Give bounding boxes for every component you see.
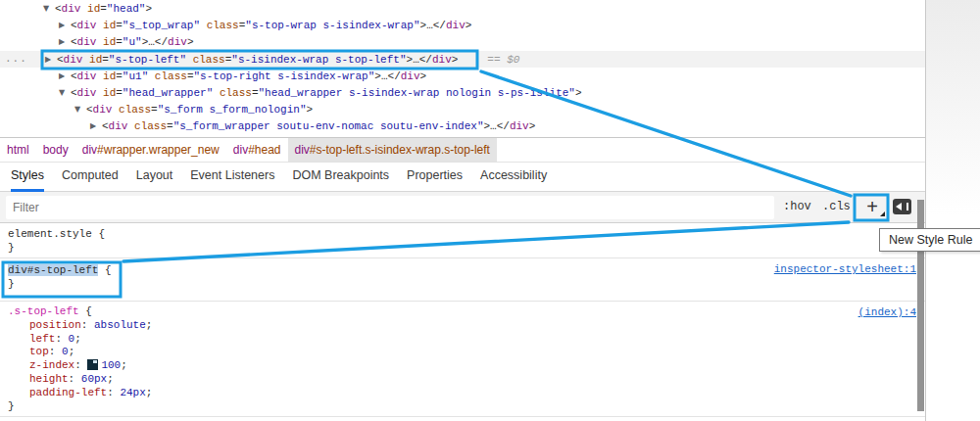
css-property[interactable]: position: absolute;: [8, 319, 917, 333]
devtools-panel: ▼<div id="head">▶<div id="s_top_wrap" cl…: [0, 0, 926, 421]
value-swatch-icon[interactable]: [87, 359, 98, 370]
toggle-class-button[interactable]: .cls: [822, 200, 851, 213]
expand-arrow-icon[interactable]: ▶: [45, 51, 57, 68]
css-rule-section: element.style {}: [0, 224, 925, 258]
tab-dom-breakpoints[interactable]: DOM Breakpoints: [292, 163, 389, 192]
breadcrumb-item[interactable]: body: [36, 138, 75, 162]
styles-filter-toolbar: :hov .cls +: [0, 192, 925, 223]
tab-properties[interactable]: Properties: [407, 163, 463, 192]
devtools-screenshot: ▼<div id="head">▶<div id="s_top_wrap" cl…: [0, 0, 980, 421]
breadcrumb: htmlbodydiv#wrapper.wrapper_newdiv#headd…: [0, 138, 925, 163]
tab-event-listeners[interactable]: Event Listeners: [190, 163, 274, 192]
selected-node-marker: == $0: [487, 54, 519, 66]
new-style-rule-dropdown-caret: [880, 211, 885, 216]
dom-tree-node[interactable]: ▶<div id="u">…</div>: [0, 33, 925, 50]
expand-arrow-icon[interactable]: ▶: [90, 117, 102, 134]
css-rule-section: .s-top-left {position: absolute;left: 0;…: [0, 302, 925, 417]
dom-tree: ▼<div id="head">▶<div id="s_top_wrap" cl…: [0, 0, 925, 138]
css-rule-selector[interactable]: div#s-top-left: [8, 264, 98, 276]
dom-tree-node[interactable]: ▼<div id="head_wrapper" class="head_wrap…: [0, 84, 925, 101]
breadcrumb-item[interactable]: div#s-top-left.s-isindex-wrap.s-top-left: [288, 138, 497, 162]
expand-arrow-icon[interactable]: ▶: [59, 17, 71, 33]
css-property[interactable]: z-index: 100;: [8, 359, 917, 373]
filter-input[interactable]: [6, 196, 774, 219]
tab-styles[interactable]: Styles: [11, 163, 44, 192]
tab-computed[interactable]: Computed: [62, 163, 119, 192]
breadcrumb-item[interactable]: div#wrapper.wrapper_new: [75, 138, 226, 162]
tab-layout[interactable]: Layout: [136, 163, 173, 192]
collapse-arrow-icon[interactable]: ▼: [43, 0, 55, 17]
styles-sidebar-tabs: StylesComputedLayoutEvent ListenersDOM B…: [0, 163, 925, 192]
expand-arrow-icon[interactable]: ▶: [59, 33, 71, 50]
collapse-arrow-icon[interactable]: ▼: [74, 101, 86, 117]
stylesheet-source-link[interactable]: inspector-stylesheet:1: [774, 263, 916, 275]
dom-tree-node[interactable]: ▶<div id="s-top-left" class="s-isindex-w…: [0, 51, 925, 68]
dom-tree-node[interactable]: ▶<div class="s_form_wrapper soutu-env-no…: [0, 117, 925, 134]
css-rule-section: div#s-top-left {}inspector-stylesheet:1: [0, 258, 925, 302]
new-style-rule-tooltip: New Style Rule: [879, 228, 980, 252]
css-rule-selector[interactable]: element.style: [8, 228, 92, 240]
stylesheet-source-link[interactable]: (index):4: [858, 306, 916, 318]
dom-tree-node[interactable]: ▼<div class="s_form s_form_nologin">: [0, 101, 925, 117]
dom-tree-node[interactable]: ▶<div id="u1" class="s-top-right s-isind…: [0, 68, 925, 84]
css-property[interactable]: padding-left: 24px;: [8, 387, 917, 400]
css-property[interactable]: top: 0;: [8, 346, 917, 359]
tab-accessibility[interactable]: Accessibility: [480, 163, 547, 192]
dom-tree-node[interactable]: ▶<div id="s_top_wrap" class="s-top-wrap …: [0, 17, 925, 33]
breadcrumb-item[interactable]: html: [0, 138, 36, 162]
css-property[interactable]: left: 0;: [8, 333, 917, 347]
toggle-element-state-button[interactable]: :hov: [783, 200, 811, 213]
breadcrumb-item[interactable]: div#head: [226, 138, 288, 162]
page-background-strip: [926, 0, 980, 421]
dom-tree-node[interactable]: ▼<div id="head">: [0, 0, 925, 17]
expand-arrow-icon[interactable]: ▶: [59, 68, 71, 84]
node-overflow-menu[interactable]: ...: [5, 51, 27, 68]
css-property[interactable]: height: 60px;: [8, 373, 917, 387]
collapse-arrow-icon[interactable]: ▼: [59, 84, 71, 101]
css-rule-selector[interactable]: .s-top-left: [8, 305, 79, 317]
toggle-sidebar-icon[interactable]: [893, 199, 911, 214]
